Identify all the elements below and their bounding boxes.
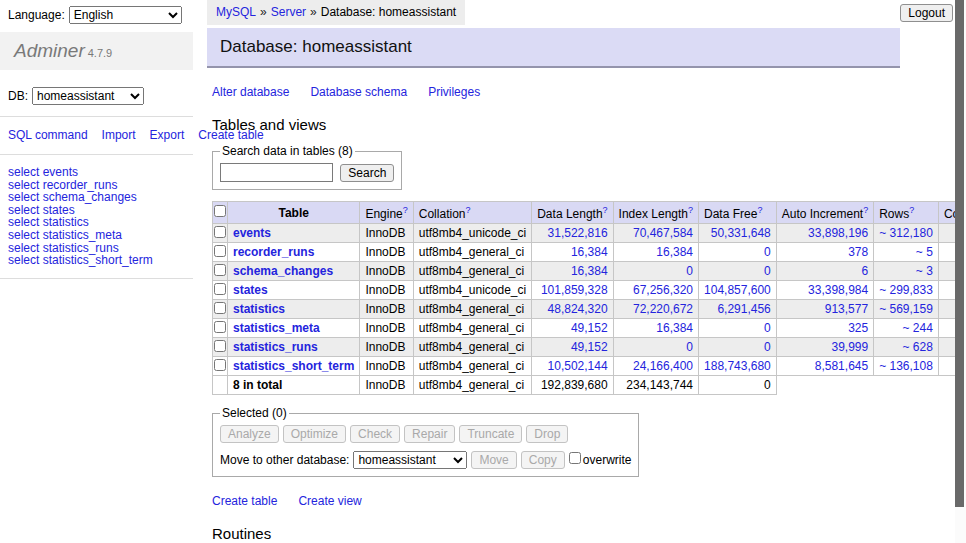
cell-link-rows[interactable]: ~ 136,108 <box>879 359 933 373</box>
cell-link-data_free[interactable]: 188,743,680 <box>704 359 771 373</box>
cell-link-data_free[interactable]: 0 <box>764 340 771 354</box>
cell-link-auto_increment[interactable]: 8,581,645 <box>815 359 868 373</box>
column-help-link[interactable]: ? <box>688 205 693 215</box>
cell-link-data_length[interactable]: 49,152 <box>571 321 608 335</box>
column-help-link[interactable]: ? <box>757 205 762 215</box>
cell-link-index_length[interactable]: 72,220,672 <box>633 302 693 316</box>
cell-link-data_free[interactable]: 104,857,600 <box>704 283 771 297</box>
db-select[interactable]: homeassistant <box>32 87 144 105</box>
cell-link-auto_increment[interactable]: 325 <box>848 321 868 335</box>
cell-link-data_length[interactable]: 16,384 <box>571 264 608 278</box>
cell-link-data_free[interactable]: 0 <box>764 321 771 335</box>
row-checkbox-statistics_short_term[interactable] <box>214 359 226 371</box>
sidebar-action-sql-command[interactable]: SQL command <box>8 128 88 142</box>
cell-link-rows[interactable]: ~ 312,180 <box>879 226 933 240</box>
cell-link-data_free[interactable]: 0 <box>764 264 771 278</box>
cell-link-data_length[interactable]: 48,824,320 <box>548 302 608 316</box>
table-link-statistics_meta[interactable]: statistics_meta <box>233 321 320 335</box>
cell-link-index_length[interactable]: 0 <box>686 340 693 354</box>
row-checkbox-statistics_meta[interactable] <box>214 321 226 333</box>
cell-link-rows[interactable]: ~ 299,833 <box>879 283 933 297</box>
cell-link-index_length[interactable]: 70,467,584 <box>633 226 693 240</box>
sidebar-action-import[interactable]: Import <box>102 128 136 142</box>
column-header-label: Table <box>278 206 308 220</box>
cell-link-data_free[interactable]: 50,331,648 <box>711 226 771 240</box>
selected-check-button: Check <box>350 425 400 443</box>
cell-link-index_length[interactable]: 24,166,400 <box>633 359 693 373</box>
cell-data_length: 16,384 <box>532 243 613 262</box>
table-link-statistics_runs[interactable]: statistics_runs <box>233 340 318 354</box>
cell-link-rows[interactable]: ~ 3 <box>916 264 933 278</box>
column-help-link[interactable]: ? <box>403 205 408 215</box>
overwrite-checkbox[interactable] <box>569 452 581 464</box>
search-input[interactable] <box>220 163 333 182</box>
sidebar-select-statistics_meta[interactable]: select statistics_meta <box>8 229 185 242</box>
cell-link-auto_increment[interactable]: 33,898,196 <box>808 226 868 240</box>
cell-link-data_length[interactable]: 10,502,144 <box>548 359 608 373</box>
cell-collation: utf8mb4_general_ci <box>413 357 531 376</box>
cell-link-auto_increment[interactable]: 6 <box>861 264 868 278</box>
cell-link-rows[interactable]: ~ 628 <box>903 340 933 354</box>
create-link-create-table[interactable]: Create table <box>212 494 277 508</box>
row-checkbox-states[interactable] <box>214 283 226 295</box>
db-link-alter-database[interactable]: Alter database <box>212 85 289 99</box>
breadcrumb-mysql-link[interactable]: MySQL <box>216 5 256 19</box>
cell-link-data_length[interactable]: 31,522,816 <box>548 226 608 240</box>
row-checkbox-recorder_runs[interactable] <box>214 245 226 257</box>
select-all-checkbox[interactable] <box>214 205 226 217</box>
create-link-create-view[interactable]: Create view <box>298 494 361 508</box>
table-link-recorder_runs[interactable]: recorder_runs <box>233 245 314 259</box>
column-header-label: Engine <box>365 207 402 221</box>
column-help-link[interactable]: ? <box>909 205 914 215</box>
column-help-link[interactable]: ? <box>465 205 470 215</box>
cell-link-index_length[interactable]: 16,384 <box>656 321 693 335</box>
search-legend: Search data in tables (8) <box>220 144 355 158</box>
cell-link-index_length[interactable]: 0 <box>686 264 693 278</box>
cell-link-data_free[interactable]: 0 <box>764 245 771 259</box>
cell-link-data_length[interactable]: 101,859,328 <box>541 283 608 297</box>
row-checkbox-events[interactable] <box>214 226 226 238</box>
cell-link-index_length[interactable]: 16,384 <box>656 245 693 259</box>
cell-rows: ~ 136,108 <box>874 357 939 376</box>
move-copy-button: Copy <box>521 451 565 469</box>
scrollbar-thumb[interactable] <box>955 0 964 507</box>
table-link-statistics_short_term[interactable]: statistics_short_term <box>233 359 354 373</box>
search-button[interactable]: Search <box>340 164 394 182</box>
row-checkbox-statistics_runs[interactable] <box>214 340 226 352</box>
cell-link-rows[interactable]: ~ 569,159 <box>879 302 933 316</box>
cell-link-data_length[interactable]: 16,384 <box>571 245 608 259</box>
column-header-engine: Engine? <box>360 202 413 224</box>
table-link-states[interactable]: states <box>233 283 268 297</box>
cell-link-data_free[interactable]: 6,291,456 <box>717 302 770 316</box>
db-link-privileges[interactable]: Privileges <box>428 85 480 99</box>
column-header-label: Index Length <box>619 207 688 221</box>
row-checkbox-schema_changes[interactable] <box>214 264 226 276</box>
cell-link-auto_increment[interactable]: 39,999 <box>831 340 868 354</box>
cell-link-rows[interactable]: ~ 244 <box>903 321 933 335</box>
move-db-select[interactable]: homeassistant <box>353 451 467 469</box>
sidebar-select-events[interactable]: select events <box>8 166 185 179</box>
table-link-schema_changes[interactable]: schema_changes <box>233 264 333 278</box>
sidebar-action-export[interactable]: Export <box>150 128 185 142</box>
column-help-link[interactable]: ? <box>603 205 608 215</box>
table-link-events[interactable]: events <box>233 226 271 240</box>
cell-link-index_length[interactable]: 67,256,320 <box>633 283 693 297</box>
cell-link-data_length[interactable]: 49,152 <box>571 340 608 354</box>
sidebar-select-schema_changes[interactable]: select schema_changes <box>8 191 185 204</box>
table-link-statistics[interactable]: statistics <box>233 302 285 316</box>
cell-index_length: 70,467,584 <box>613 224 698 243</box>
row-checkbox-statistics[interactable] <box>214 302 226 314</box>
cell-rows: ~ 3 <box>874 262 939 281</box>
cell-link-auto_increment[interactable]: 913,577 <box>825 302 868 316</box>
breadcrumb-server-link[interactable]: Server <box>271 5 306 19</box>
sidebar-select-statistics_short_term[interactable]: select statistics_short_term <box>8 254 185 267</box>
db-link-database-schema[interactable]: Database schema <box>310 85 407 99</box>
cell-link-auto_increment[interactable]: 378 <box>848 245 868 259</box>
column-help-link[interactable]: ? <box>863 205 868 215</box>
cell-link-rows[interactable]: ~ 5 <box>916 245 933 259</box>
cell-data_free: 0 <box>699 338 777 357</box>
cell-link-auto_increment[interactable]: 33,398,984 <box>808 283 868 297</box>
language-select[interactable]: English <box>69 6 182 24</box>
logout-button[interactable]: Logout <box>900 4 953 22</box>
cell-collation: utf8mb4_general_ci <box>413 338 531 357</box>
